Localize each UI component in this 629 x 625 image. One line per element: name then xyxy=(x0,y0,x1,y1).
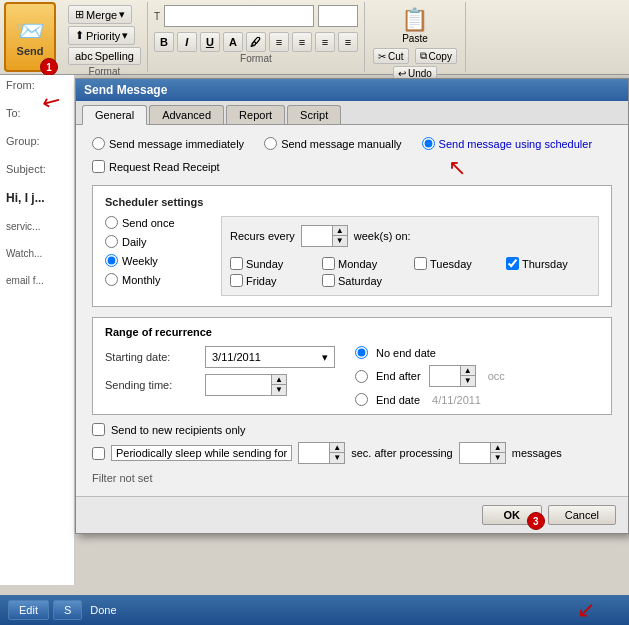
sleep-spinner[interactable]: 60 ▲ ▼ xyxy=(298,442,345,464)
bold-button[interactable]: B xyxy=(154,32,174,52)
saturday-checkbox[interactable] xyxy=(322,274,335,287)
no-end-date-option[interactable]: No end date xyxy=(355,346,505,359)
send-manually-radio[interactable] xyxy=(264,137,277,150)
end-after-value-input[interactable]: 1 xyxy=(430,369,460,383)
end-date-radio[interactable] xyxy=(355,393,368,406)
starting-date-picker[interactable]: 3/11/2011 ▾ xyxy=(205,346,335,368)
sunday-label: Sunday xyxy=(246,258,283,270)
messages-spinner[interactable]: 100 ▲ ▼ xyxy=(459,442,506,464)
sleep-up-arrow[interactable]: ▲ xyxy=(330,443,344,453)
filter-status: Filter not set xyxy=(92,472,612,484)
scheduler-layout: Send once Daily Weekly Monthly xyxy=(105,216,599,296)
daily-label: Daily xyxy=(122,236,146,248)
font-name-input[interactable]: Times New Roman xyxy=(164,5,314,27)
send-scheduler-option[interactable]: Send message using scheduler xyxy=(422,137,592,150)
ok-button[interactable]: OK 3 xyxy=(482,505,542,525)
end-date-option[interactable]: End date 4/11/2011 xyxy=(355,393,505,406)
copy-icon: ⧉ xyxy=(420,50,427,62)
font-size-input[interactable]: 12 xyxy=(318,5,358,27)
weekly-label: Weekly xyxy=(122,255,158,267)
highlight-button[interactable]: 🖊 xyxy=(246,32,266,52)
font-color-button[interactable]: A xyxy=(223,32,243,52)
messages-value-input[interactable]: 100 xyxy=(460,446,490,460)
recurs-value-input[interactable]: 1 xyxy=(302,229,332,243)
weekly-option[interactable]: Weekly xyxy=(105,254,205,267)
send-manually-option[interactable]: Send message manually xyxy=(264,137,401,150)
daily-option[interactable]: Daily xyxy=(105,235,205,248)
end-after-option[interactable]: End after 1 ▲ ▼ occ xyxy=(355,365,505,387)
merge-dropdown-icon: ▾ xyxy=(119,8,125,21)
send-scheduler-radio[interactable] xyxy=(422,137,435,150)
monthly-option[interactable]: Monthly xyxy=(105,273,205,286)
email-body-preview3: email f... xyxy=(6,275,68,286)
recurs-spinner[interactable]: 1 ▲ ▼ xyxy=(301,225,348,247)
end-after-radio[interactable] xyxy=(355,370,368,383)
send-immediately-option[interactable]: Send message immediately xyxy=(92,137,244,150)
weekly-radio[interactable] xyxy=(105,254,118,267)
day-tuesday[interactable]: Tuesday xyxy=(414,257,498,270)
sleep-arrows: ▲ ▼ xyxy=(329,443,344,463)
recurs-up-arrow[interactable]: ▲ xyxy=(333,226,347,236)
cancel-button[interactable]: Cancel xyxy=(548,505,616,525)
taskbar-edit-item[interactable]: Edit xyxy=(8,600,49,620)
sleep-suffix: sec. after processing xyxy=(351,447,453,459)
sending-time-input[interactable]: 15:46:53 xyxy=(206,377,271,393)
spelling-button[interactable]: abc Spelling xyxy=(68,47,141,65)
end-after-spinner[interactable]: 1 ▲ ▼ xyxy=(429,365,476,387)
taskbar-send-item[interactable]: S xyxy=(53,600,82,620)
dialog-footer: OK 3 Cancel xyxy=(76,496,628,533)
tab-general[interactable]: General xyxy=(82,105,147,125)
read-receipt-label: Request Read Receipt xyxy=(109,161,220,173)
read-receipt-checkbox[interactable] xyxy=(92,160,105,173)
sunday-checkbox[interactable] xyxy=(230,257,243,270)
day-saturday[interactable]: Saturday xyxy=(322,274,406,287)
day-monday[interactable]: Monday xyxy=(322,257,406,270)
copy-button[interactable]: ⧉ Copy xyxy=(415,48,457,64)
priority-button[interactable]: ⬆ Priority ▾ xyxy=(68,26,135,45)
recurs-down-arrow[interactable]: ▼ xyxy=(333,236,347,246)
underline-button[interactable]: U xyxy=(200,32,220,52)
send-once-radio[interactable] xyxy=(105,216,118,229)
day-thursday[interactable]: Thursday xyxy=(506,257,590,270)
end-after-down-arrow[interactable]: ▼ xyxy=(461,376,475,386)
time-down-arrow[interactable]: ▼ xyxy=(272,385,286,395)
sleep-down-arrow[interactable]: ▼ xyxy=(330,453,344,463)
sleep-value-input[interactable]: 60 xyxy=(299,446,329,460)
monday-checkbox[interactable] xyxy=(322,257,335,270)
no-end-date-radio[interactable] xyxy=(355,346,368,359)
sleep-checkbox[interactable] xyxy=(92,447,105,460)
sending-time-spinner[interactable]: 15:46:53 ▲ ▼ xyxy=(205,374,287,396)
paste-button[interactable]: 📋 Paste xyxy=(399,5,430,46)
messages-down-arrow[interactable]: ▼ xyxy=(491,453,505,463)
new-recipients-checkbox[interactable] xyxy=(92,423,105,436)
tab-script[interactable]: Script xyxy=(287,105,341,124)
tab-advanced[interactable]: Advanced xyxy=(149,105,224,124)
email-preview: Hi, I j... xyxy=(6,191,68,205)
end-after-up-arrow[interactable]: ▲ xyxy=(461,366,475,376)
send-button[interactable]: 📨 Send 1 xyxy=(4,2,56,72)
justify-button[interactable]: ≡ xyxy=(338,32,358,52)
send-immediately-label: Send message immediately xyxy=(109,138,244,150)
merge-button[interactable]: ⊞ Merge ▾ xyxy=(68,5,132,24)
monthly-radio[interactable] xyxy=(105,273,118,286)
align-left-button[interactable]: ≡ xyxy=(269,32,289,52)
day-sunday[interactable]: Sunday xyxy=(230,257,314,270)
time-up-arrow[interactable]: ▲ xyxy=(272,375,286,385)
sleep-row: Periodically sleep while sending for 60 … xyxy=(92,442,612,464)
cut-button[interactable]: ✂ Cut xyxy=(373,48,409,64)
thursday-checkbox[interactable] xyxy=(506,257,519,270)
tuesday-checkbox[interactable] xyxy=(414,257,427,270)
send-once-option[interactable]: Send once xyxy=(105,216,205,229)
align-right-button[interactable]: ≡ xyxy=(315,32,335,52)
sending-time-label: Sending time: xyxy=(105,379,195,391)
day-friday[interactable]: Friday xyxy=(230,274,314,287)
friday-checkbox[interactable] xyxy=(230,274,243,287)
group-label: Group: xyxy=(6,135,68,147)
tab-report[interactable]: Report xyxy=(226,105,285,124)
italic-button[interactable]: I xyxy=(177,32,197,52)
merge-icon: ⊞ xyxy=(75,8,84,21)
daily-radio[interactable] xyxy=(105,235,118,248)
messages-up-arrow[interactable]: ▲ xyxy=(491,443,505,453)
send-immediately-radio[interactable] xyxy=(92,137,105,150)
align-center-button[interactable]: ≡ xyxy=(292,32,312,52)
